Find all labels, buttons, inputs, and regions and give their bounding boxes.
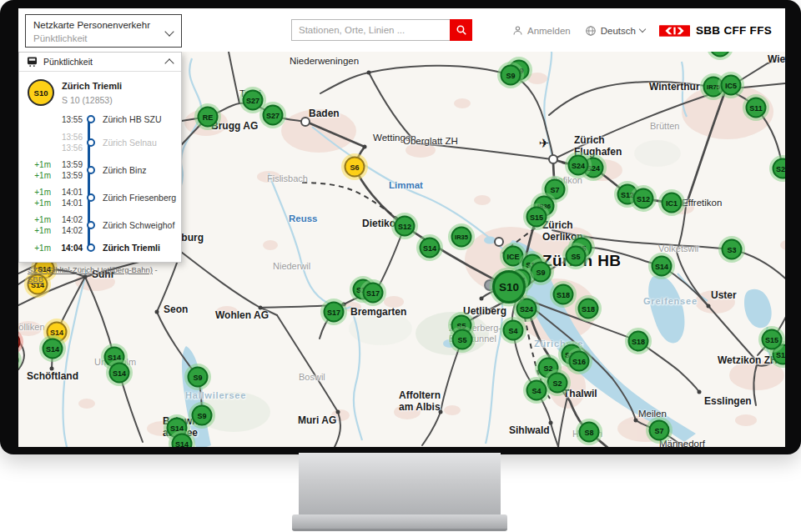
line-badge-s17[interactable]: S17 bbox=[363, 283, 384, 304]
login-button[interactable]: Anmelden bbox=[512, 25, 571, 36]
map-place-label: Wies bbox=[768, 54, 785, 66]
panel-header[interactable]: Pünktlichkeit bbox=[19, 53, 181, 72]
sbb-logo[interactable]: SBB CFF FFS bbox=[659, 24, 772, 37]
train-icon bbox=[27, 57, 38, 67]
operator-link[interactable]: SZU (Sihltal-Zürich-Uetliberg-Bahn) bbox=[28, 265, 153, 274]
line-badge-s18[interactable]: S18 bbox=[628, 331, 649, 352]
timeline-stop: 13:56 13:56Zürich Selnau bbox=[21, 128, 178, 156]
map-place-label: Reuss bbox=[289, 213, 318, 224]
line-badge-s6[interactable]: S6 bbox=[345, 157, 365, 178]
screen: NiederweningenTurgiBadenBrugg AGWettinge… bbox=[18, 8, 785, 447]
map-place-label: Schöftland bbox=[27, 371, 78, 383]
line-badge-ir35[interactable]: IR35 bbox=[451, 227, 472, 248]
timeline-node bbox=[84, 243, 98, 252]
line-badge-s16[interactable]: S16 bbox=[569, 351, 590, 372]
map-place-label: Bremgarten bbox=[350, 307, 406, 319]
map-place-label: Volketswil bbox=[658, 243, 698, 254]
line-badge-s27[interactable]: S27 bbox=[243, 90, 264, 111]
stop-time: 14:04 bbox=[53, 243, 83, 253]
line-badge-s9[interactable]: S9 bbox=[501, 65, 521, 86]
line-badge-s5[interactable]: S5 bbox=[452, 329, 473, 350]
line-badge-s9[interactable]: S9 bbox=[531, 262, 552, 283]
line-badge-s15[interactable]: S15 bbox=[762, 329, 783, 350]
line-badge-s4[interactable]: S4 bbox=[503, 320, 524, 341]
line-badge-re[interactable]: RE bbox=[198, 107, 219, 128]
line-badge-s14[interactable]: S14 bbox=[109, 363, 130, 384]
globe-icon bbox=[585, 25, 597, 37]
line-badge-s14[interactable]: S14 bbox=[420, 238, 441, 258]
timeline-node bbox=[84, 138, 98, 147]
layer-dropdown-subtitle: Pünktlichkeit bbox=[33, 33, 161, 46]
layer-dropdown[interactable]: Netzkarte Personenverkehr Pünktlichkeit bbox=[25, 14, 182, 48]
language-selector[interactable]: Deutsch bbox=[585, 25, 645, 37]
map-place-label: Brugg AG bbox=[211, 121, 258, 133]
station-marker bbox=[155, 310, 159, 314]
line-badge-s11[interactable]: S11 bbox=[746, 98, 767, 118]
line-badge-s27[interactable]: S27 bbox=[263, 105, 284, 126]
timeline-stop: +1m +1m14:02 14:02Zürich Schweighof bbox=[21, 211, 178, 238]
line-badge-s15[interactable]: S15 bbox=[526, 207, 547, 228]
line-badge-s9[interactable]: S9 bbox=[192, 405, 213, 426]
timeline-node bbox=[84, 221, 98, 229]
line-badge-s12[interactable]: S12 bbox=[395, 216, 416, 237]
stop-delay: +1m bbox=[21, 243, 51, 253]
stop-name: Zürich Binz bbox=[99, 165, 178, 175]
line-badge-s18[interactable]: S18 bbox=[553, 284, 574, 305]
operator-links: SZU (Sihltal-Zürich-Uetliberg-Bahn) - SB… bbox=[28, 265, 173, 284]
search-button[interactable] bbox=[450, 19, 472, 41]
line-badge-s18[interactable]: S18 bbox=[578, 299, 599, 319]
punctuality-panel: Pünktlichkeit S10 Zürich Triemli S 10 (1… bbox=[18, 52, 182, 263]
line-badge-ic1[interactable]: IC1 bbox=[662, 193, 683, 213]
map-place-label: Wohlen AG bbox=[215, 310, 269, 322]
line-badge-s3[interactable]: S3 bbox=[722, 239, 743, 260]
chevron-down-icon bbox=[639, 26, 646, 33]
line-badge[interactable] bbox=[18, 332, 21, 353]
line-badge[interactable] bbox=[710, 52, 731, 58]
line-badge-s24[interactable]: S24 bbox=[516, 299, 537, 319]
monitor-frame: NiederweningenTurgiBadenBrugg AGWettinge… bbox=[0, 0, 801, 454]
station-marker bbox=[634, 419, 638, 423]
map-place-label: Seon bbox=[164, 304, 188, 316]
timeline-stop: +1m +1m14:01 14:01Zürich Friesenberg bbox=[21, 183, 178, 211]
search-icon bbox=[456, 24, 467, 36]
stop-delay: +1m +1m bbox=[21, 159, 51, 181]
line-badge-ic5[interactable]: IC5 bbox=[721, 75, 742, 96]
line-badge-s24[interactable]: S24 bbox=[568, 155, 589, 176]
line-badge-s8[interactable]: S8 bbox=[579, 422, 600, 443]
line-badge-s7[interactable]: S7 bbox=[649, 420, 670, 441]
language-label: Deutsch bbox=[601, 26, 636, 36]
station-marker bbox=[50, 367, 54, 371]
train-destination: Zürich Triemli bbox=[62, 79, 122, 91]
line-badge-s12[interactable]: S12 bbox=[633, 188, 654, 209]
line-badge-s26[interactable]: S26 bbox=[773, 158, 786, 179]
sbb-link[interactable]: SBB bbox=[28, 274, 43, 284]
line-badge-s4[interactable]: S4 bbox=[526, 380, 547, 401]
line-badge-s17[interactable]: S17 bbox=[324, 302, 345, 323]
line-badge-s2[interactable]: S2 bbox=[547, 373, 568, 394]
line-badge-s14[interactable]: S14 bbox=[43, 339, 63, 359]
station-marker bbox=[494, 237, 504, 247]
stop-name: Zürich HB SZU bbox=[99, 114, 178, 124]
train-line-badge: S10 bbox=[28, 79, 54, 106]
line-badge-s5[interactable]: S5 bbox=[566, 246, 587, 267]
map-place-label: Sihlwald bbox=[509, 425, 550, 437]
station-marker bbox=[367, 71, 371, 75]
line-badge[interactable] bbox=[18, 350, 19, 371]
line-badge-s10[interactable]: S10 bbox=[492, 270, 526, 304]
line-badge-s14[interactable]: S14 bbox=[652, 256, 673, 277]
line-badge-ice[interactable]: ICE bbox=[503, 246, 524, 267]
monitor-stand-base bbox=[292, 514, 507, 531]
top-right-nav: Anmelden Deutsch bbox=[512, 24, 772, 37]
search-input[interactable] bbox=[291, 19, 450, 41]
station-marker bbox=[336, 410, 340, 414]
map-place-label: Affoltern am Albis bbox=[399, 390, 441, 414]
stop-time: 14:02 14:02 bbox=[53, 214, 83, 236]
train-summary: S10 Zürich Triemli S 10 (12853) bbox=[19, 72, 181, 108]
map-place-label: Winterthur bbox=[649, 82, 700, 93]
station-marker bbox=[300, 117, 310, 127]
stop-time: 13:55 bbox=[53, 114, 83, 125]
stop-time: 14:01 14:01 bbox=[53, 187, 83, 208]
line-badge-s9[interactable]: S9 bbox=[188, 367, 209, 388]
map-place-label: Greifensee bbox=[643, 296, 698, 307]
timeline-node bbox=[84, 193, 98, 202]
